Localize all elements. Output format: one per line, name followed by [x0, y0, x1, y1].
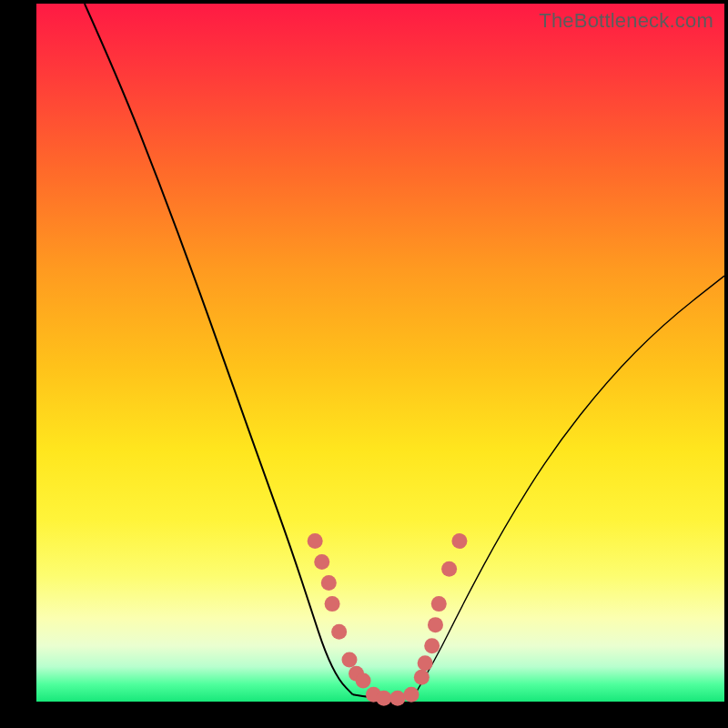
marker-point [308, 533, 323, 549]
marker-point [441, 561, 457, 577]
marker-point [428, 617, 443, 632]
marker-point [341, 652, 357, 667]
marker-point [314, 554, 329, 570]
marker-point [424, 638, 440, 653]
marker-point [325, 596, 340, 612]
chart-overlay [36, 4, 724, 702]
marker-point [451, 533, 467, 549]
plot-area: TheBottleneck.com [36, 4, 724, 702]
marker-point [321, 575, 337, 591]
marker-point [418, 655, 433, 671]
marker-point [331, 624, 347, 640]
marker-point [356, 672, 371, 688]
chart-frame: TheBottleneck.com [0, 0, 728, 728]
marker-point [376, 691, 391, 706]
marker-point [389, 691, 405, 706]
marker-point [404, 687, 420, 703]
highlighted-points [308, 533, 468, 706]
curve-left-descending [85, 4, 353, 694]
marker-point [431, 596, 447, 612]
marker-point [414, 670, 430, 685]
curve-right-ascending [415, 276, 724, 694]
